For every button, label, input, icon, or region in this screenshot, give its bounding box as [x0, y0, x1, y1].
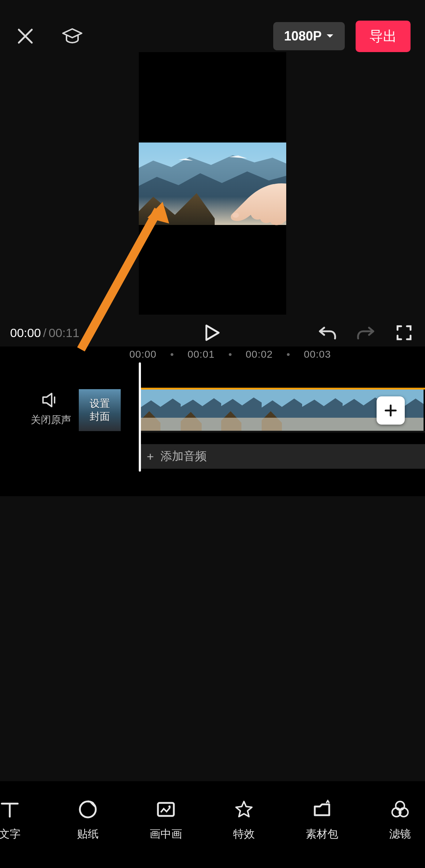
- clip-frame: [140, 390, 181, 431]
- total-duration: 00:11: [49, 326, 80, 340]
- material-pack-icon: [312, 799, 332, 820]
- resolution-dropdown[interactable]: 1080P: [273, 22, 345, 50]
- svg-rect-12: [302, 418, 343, 431]
- redo-button[interactable]: [355, 322, 377, 344]
- mute-label: 关闭原声: [31, 413, 71, 427]
- ruler-tick: 00:03: [304, 349, 331, 360]
- playhead[interactable]: [139, 362, 141, 472]
- time-readout: 00:00/00:11: [10, 326, 80, 340]
- ruler-tick: 00:01: [188, 349, 215, 360]
- svg-rect-4: [140, 418, 181, 431]
- clip-frame: [302, 390, 343, 431]
- clip-frame: [262, 390, 302, 431]
- pip-icon: [156, 799, 176, 820]
- effects-icon: [234, 799, 254, 820]
- add-audio-track[interactable]: + 添加音频: [140, 444, 425, 469]
- add-clip-button[interactable]: [377, 396, 405, 425]
- tool-sticker[interactable]: 贴纸: [64, 799, 112, 842]
- mute-original-audio[interactable]: 关闭原声: [28, 392, 74, 427]
- bottom-toolbar: 文字 贴纸 画中画 特效 素材包 滤镜: [0, 781, 425, 868]
- export-button[interactable]: 导出: [356, 21, 411, 52]
- filter-icon: [390, 799, 410, 820]
- tutorial-button[interactable]: [61, 25, 83, 47]
- svg-point-2: [232, 213, 239, 218]
- play-icon: [205, 324, 220, 341]
- timeline[interactable]: 关闭原声 设置 封面 + 添加音频: [0, 362, 425, 496]
- play-button[interactable]: [202, 322, 223, 344]
- svg-rect-10: [262, 418, 302, 431]
- ruler-tick: 00:02: [246, 349, 273, 360]
- svg-rect-8: [221, 418, 262, 431]
- ruler-tick: 00:00: [129, 349, 156, 360]
- add-audio-label: 添加音频: [160, 448, 207, 464]
- set-cover-button[interactable]: 设置 封面: [79, 389, 121, 431]
- svg-rect-6: [181, 418, 221, 431]
- undo-button[interactable]: [317, 322, 338, 344]
- clip-frame: [181, 390, 221, 431]
- fullscreen-icon: [396, 325, 412, 341]
- preview-canvas[interactable]: [139, 52, 286, 315]
- tool-text[interactable]: 文字: [0, 799, 34, 842]
- plus-icon: +: [147, 450, 154, 464]
- svg-rect-18: [158, 803, 174, 816]
- redo-icon: [357, 325, 375, 341]
- close-icon: [16, 27, 35, 46]
- undo-icon: [318, 325, 336, 341]
- tool-material-pack[interactable]: 素材包: [298, 799, 346, 842]
- tool-pip[interactable]: 画中画: [142, 799, 190, 842]
- resolution-label: 1080P: [284, 29, 322, 44]
- plus-icon: [383, 403, 398, 418]
- fullscreen-button[interactable]: [393, 322, 415, 344]
- text-icon: [0, 799, 20, 820]
- tool-effects[interactable]: 特效: [220, 799, 268, 842]
- sticker-icon: [78, 799, 98, 820]
- clip-frame: [221, 390, 262, 431]
- tool-filter[interactable]: 滤镜: [376, 799, 424, 842]
- speaker-icon: [42, 392, 60, 408]
- svg-point-19: [168, 805, 171, 808]
- pointing-hand-overlay: [218, 171, 286, 229]
- chevron-down-icon: [326, 34, 334, 39]
- close-button[interactable]: [14, 25, 36, 47]
- time-ruler[interactable]: 00:00 • 00:01 • 00:02 • 00:03: [0, 346, 425, 362]
- export-label: 导出: [369, 29, 397, 44]
- graduation-cap-icon: [61, 27, 83, 45]
- current-time: 00:00: [10, 326, 41, 340]
